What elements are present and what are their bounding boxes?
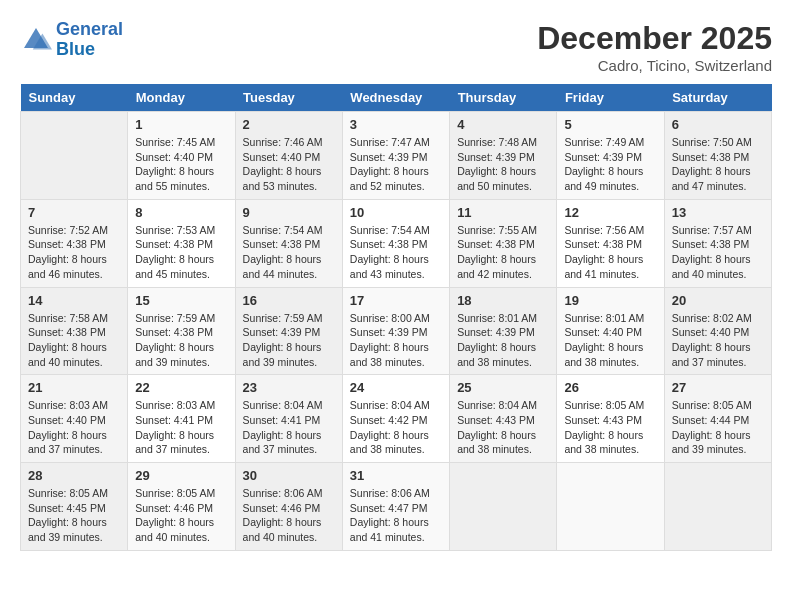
calendar-cell: 3Sunrise: 7:47 AMSunset: 4:39 PMDaylight… bbox=[342, 112, 449, 200]
day-number: 12 bbox=[564, 205, 656, 220]
day-number: 5 bbox=[564, 117, 656, 132]
day-number: 14 bbox=[28, 293, 120, 308]
day-number: 18 bbox=[457, 293, 549, 308]
cell-info: Sunrise: 8:04 AMSunset: 4:43 PMDaylight:… bbox=[457, 398, 549, 457]
calendar-cell: 26Sunrise: 8:05 AMSunset: 4:43 PMDayligh… bbox=[557, 375, 664, 463]
day-number: 27 bbox=[672, 380, 764, 395]
page-header: General Blue December 2025 Cadro, Ticino… bbox=[20, 20, 772, 74]
calendar-cell: 5Sunrise: 7:49 AMSunset: 4:39 PMDaylight… bbox=[557, 112, 664, 200]
day-number: 15 bbox=[135, 293, 227, 308]
calendar-cell: 11Sunrise: 7:55 AMSunset: 4:38 PMDayligh… bbox=[450, 199, 557, 287]
day-number: 7 bbox=[28, 205, 120, 220]
calendar-cell: 28Sunrise: 8:05 AMSunset: 4:45 PMDayligh… bbox=[21, 463, 128, 551]
title-block: December 2025 Cadro, Ticino, Switzerland bbox=[537, 20, 772, 74]
cell-info: Sunrise: 7:54 AMSunset: 4:38 PMDaylight:… bbox=[350, 223, 442, 282]
day-number: 2 bbox=[243, 117, 335, 132]
calendar-body: 1Sunrise: 7:45 AMSunset: 4:40 PMDaylight… bbox=[21, 112, 772, 551]
calendar-cell: 29Sunrise: 8:05 AMSunset: 4:46 PMDayligh… bbox=[128, 463, 235, 551]
day-number: 30 bbox=[243, 468, 335, 483]
day-number: 26 bbox=[564, 380, 656, 395]
calendar-cell: 21Sunrise: 8:03 AMSunset: 4:40 PMDayligh… bbox=[21, 375, 128, 463]
cell-info: Sunrise: 8:04 AMSunset: 4:42 PMDaylight:… bbox=[350, 398, 442, 457]
day-number: 17 bbox=[350, 293, 442, 308]
cell-info: Sunrise: 7:45 AMSunset: 4:40 PMDaylight:… bbox=[135, 135, 227, 194]
cell-info: Sunrise: 7:47 AMSunset: 4:39 PMDaylight:… bbox=[350, 135, 442, 194]
cell-info: Sunrise: 8:01 AMSunset: 4:39 PMDaylight:… bbox=[457, 311, 549, 370]
calendar-cell: 13Sunrise: 7:57 AMSunset: 4:38 PMDayligh… bbox=[664, 199, 771, 287]
header-day-wednesday: Wednesday bbox=[342, 84, 449, 112]
day-number: 24 bbox=[350, 380, 442, 395]
cell-info: Sunrise: 8:04 AMSunset: 4:41 PMDaylight:… bbox=[243, 398, 335, 457]
calendar-cell: 23Sunrise: 8:04 AMSunset: 4:41 PMDayligh… bbox=[235, 375, 342, 463]
header-day-friday: Friday bbox=[557, 84, 664, 112]
logo-text: General Blue bbox=[56, 20, 123, 60]
day-number: 6 bbox=[672, 117, 764, 132]
calendar-cell: 31Sunrise: 8:06 AMSunset: 4:47 PMDayligh… bbox=[342, 463, 449, 551]
cell-info: Sunrise: 7:59 AMSunset: 4:39 PMDaylight:… bbox=[243, 311, 335, 370]
day-number: 3 bbox=[350, 117, 442, 132]
cell-info: Sunrise: 8:02 AMSunset: 4:40 PMDaylight:… bbox=[672, 311, 764, 370]
calendar-cell: 2Sunrise: 7:46 AMSunset: 4:40 PMDaylight… bbox=[235, 112, 342, 200]
cell-info: Sunrise: 8:05 AMSunset: 4:45 PMDaylight:… bbox=[28, 486, 120, 545]
header-day-sunday: Sunday bbox=[21, 84, 128, 112]
week-row-4: 28Sunrise: 8:05 AMSunset: 4:45 PMDayligh… bbox=[21, 463, 772, 551]
calendar-cell: 10Sunrise: 7:54 AMSunset: 4:38 PMDayligh… bbox=[342, 199, 449, 287]
cell-info: Sunrise: 7:46 AMSunset: 4:40 PMDaylight:… bbox=[243, 135, 335, 194]
cell-info: Sunrise: 7:54 AMSunset: 4:38 PMDaylight:… bbox=[243, 223, 335, 282]
day-number: 13 bbox=[672, 205, 764, 220]
calendar-cell: 17Sunrise: 8:00 AMSunset: 4:39 PMDayligh… bbox=[342, 287, 449, 375]
header-day-tuesday: Tuesday bbox=[235, 84, 342, 112]
calendar-cell: 7Sunrise: 7:52 AMSunset: 4:38 PMDaylight… bbox=[21, 199, 128, 287]
calendar-cell bbox=[557, 463, 664, 551]
calendar-cell: 15Sunrise: 7:59 AMSunset: 4:38 PMDayligh… bbox=[128, 287, 235, 375]
day-number: 23 bbox=[243, 380, 335, 395]
day-number: 22 bbox=[135, 380, 227, 395]
cell-info: Sunrise: 8:06 AMSunset: 4:46 PMDaylight:… bbox=[243, 486, 335, 545]
cell-info: Sunrise: 8:06 AMSunset: 4:47 PMDaylight:… bbox=[350, 486, 442, 545]
header-row: SundayMondayTuesdayWednesdayThursdayFrid… bbox=[21, 84, 772, 112]
week-row-3: 21Sunrise: 8:03 AMSunset: 4:40 PMDayligh… bbox=[21, 375, 772, 463]
day-number: 10 bbox=[350, 205, 442, 220]
calendar-cell: 22Sunrise: 8:03 AMSunset: 4:41 PMDayligh… bbox=[128, 375, 235, 463]
cell-info: Sunrise: 7:53 AMSunset: 4:38 PMDaylight:… bbox=[135, 223, 227, 282]
day-number: 16 bbox=[243, 293, 335, 308]
day-number: 19 bbox=[564, 293, 656, 308]
calendar-cell: 1Sunrise: 7:45 AMSunset: 4:40 PMDaylight… bbox=[128, 112, 235, 200]
day-number: 31 bbox=[350, 468, 442, 483]
calendar-table: SundayMondayTuesdayWednesdayThursdayFrid… bbox=[20, 84, 772, 551]
cell-info: Sunrise: 7:50 AMSunset: 4:38 PMDaylight:… bbox=[672, 135, 764, 194]
cell-info: Sunrise: 7:55 AMSunset: 4:38 PMDaylight:… bbox=[457, 223, 549, 282]
week-row-1: 7Sunrise: 7:52 AMSunset: 4:38 PMDaylight… bbox=[21, 199, 772, 287]
main-title: December 2025 bbox=[537, 20, 772, 57]
week-row-2: 14Sunrise: 7:58 AMSunset: 4:38 PMDayligh… bbox=[21, 287, 772, 375]
subtitle: Cadro, Ticino, Switzerland bbox=[537, 57, 772, 74]
calendar-cell bbox=[664, 463, 771, 551]
calendar-cell: 16Sunrise: 7:59 AMSunset: 4:39 PMDayligh… bbox=[235, 287, 342, 375]
calendar-cell: 20Sunrise: 8:02 AMSunset: 4:40 PMDayligh… bbox=[664, 287, 771, 375]
header-day-saturday: Saturday bbox=[664, 84, 771, 112]
cell-info: Sunrise: 8:03 AMSunset: 4:41 PMDaylight:… bbox=[135, 398, 227, 457]
calendar-cell: 9Sunrise: 7:54 AMSunset: 4:38 PMDaylight… bbox=[235, 199, 342, 287]
cell-info: Sunrise: 7:48 AMSunset: 4:39 PMDaylight:… bbox=[457, 135, 549, 194]
cell-info: Sunrise: 7:56 AMSunset: 4:38 PMDaylight:… bbox=[564, 223, 656, 282]
day-number: 21 bbox=[28, 380, 120, 395]
day-number: 25 bbox=[457, 380, 549, 395]
calendar-cell: 24Sunrise: 8:04 AMSunset: 4:42 PMDayligh… bbox=[342, 375, 449, 463]
day-number: 28 bbox=[28, 468, 120, 483]
cell-info: Sunrise: 8:05 AMSunset: 4:44 PMDaylight:… bbox=[672, 398, 764, 457]
calendar-cell: 14Sunrise: 7:58 AMSunset: 4:38 PMDayligh… bbox=[21, 287, 128, 375]
logo-icon bbox=[20, 24, 52, 56]
cell-info: Sunrise: 8:03 AMSunset: 4:40 PMDaylight:… bbox=[28, 398, 120, 457]
calendar-cell: 27Sunrise: 8:05 AMSunset: 4:44 PMDayligh… bbox=[664, 375, 771, 463]
cell-info: Sunrise: 7:58 AMSunset: 4:38 PMDaylight:… bbox=[28, 311, 120, 370]
cell-info: Sunrise: 7:57 AMSunset: 4:38 PMDaylight:… bbox=[672, 223, 764, 282]
cell-info: Sunrise: 8:05 AMSunset: 4:46 PMDaylight:… bbox=[135, 486, 227, 545]
calendar-cell: 4Sunrise: 7:48 AMSunset: 4:39 PMDaylight… bbox=[450, 112, 557, 200]
calendar-cell: 12Sunrise: 7:56 AMSunset: 4:38 PMDayligh… bbox=[557, 199, 664, 287]
calendar-cell: 30Sunrise: 8:06 AMSunset: 4:46 PMDayligh… bbox=[235, 463, 342, 551]
cell-info: Sunrise: 8:00 AMSunset: 4:39 PMDaylight:… bbox=[350, 311, 442, 370]
calendar-header: SundayMondayTuesdayWednesdayThursdayFrid… bbox=[21, 84, 772, 112]
day-number: 11 bbox=[457, 205, 549, 220]
calendar-cell: 25Sunrise: 8:04 AMSunset: 4:43 PMDayligh… bbox=[450, 375, 557, 463]
day-number: 20 bbox=[672, 293, 764, 308]
